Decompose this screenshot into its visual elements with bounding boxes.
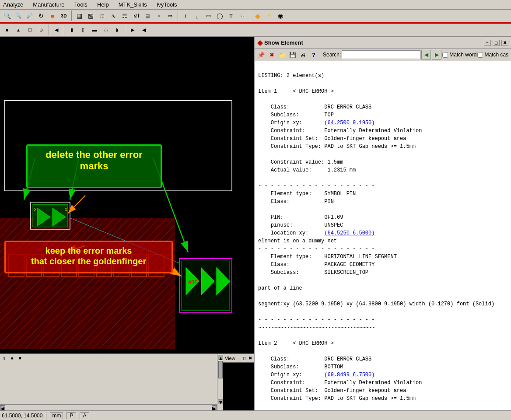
tb-btn-highlight[interactable]: ◆ — [252, 10, 263, 21]
se-open-btn[interactable]: 📁 — [277, 50, 287, 60]
toolbar-sep-3 — [250, 10, 250, 21]
item2-constraint-set-label: Constraint Set: — [258, 388, 324, 394]
view-close[interactable]: ✖ — [248, 356, 252, 360]
bottom-btn-2[interactable]: ■ — [9, 355, 16, 362]
tb-btn-comp2[interactable]: ▯ — [78, 24, 88, 35]
item1-etype-label: Element type: — [258, 191, 324, 197]
item1-sep1: - - - - - - - - - - - - - - - - - - - — [258, 183, 374, 189]
tb-btn-lens[interactable]: ◉ — [275, 10, 286, 21]
tb-btn-copper[interactable]: ▤ — [142, 10, 153, 21]
tb-btn-line[interactable]: / — [180, 10, 191, 21]
tb-btn-layer1[interactable]: ■ — [2, 24, 12, 35]
item1-part-line: part of a line — [258, 285, 302, 291]
show-element-panel: ◆ Show Element − ◻ ✖ 📌 ✖ 📁 💾 🖨 ? Search: — [254, 37, 511, 410]
v-scrollbar[interactable]: ▲ ▼ — [217, 354, 223, 410]
h-scrollbar[interactable]: ◀ ▶ — [0, 404, 217, 410]
svg-rect-3 — [0, 218, 175, 349]
status-p-btn[interactable]: P — [66, 412, 76, 419]
toolbar-area: 🔍 🔍 🔎 ↻ ■ 3D ▦ ▧ ◫ ∿ ☴ ⛜ ▤ ▫ ⇨ / ⌞ ▭ ◯ T… — [0, 10, 511, 37]
tb-btn-export2[interactable]: ◀ — [139, 24, 149, 35]
tb-btn-layer3[interactable]: ☐ — [24, 24, 35, 35]
tb-btn-fan[interactable]: ☴ — [119, 10, 130, 21]
se-save-btn[interactable]: 💾 — [288, 50, 298, 60]
toolbar-sep-2 — [178, 10, 178, 21]
win-maximize[interactable]: ◻ — [493, 40, 500, 46]
tb-btn-sun[interactable]: ☀ — [264, 10, 274, 21]
se-help-btn[interactable]: ? — [309, 50, 318, 60]
tb-btn-zoom-in[interactable]: 🔍 — [13, 10, 24, 21]
item2-origin-val[interactable]: (69.8499 6.7500) — [324, 372, 374, 378]
scrollbar-up-btn[interactable]: ▲ — [218, 355, 223, 360]
item2-subclass-label: Subclass: — [258, 364, 324, 370]
status-a-btn[interactable]: A — [80, 412, 89, 419]
item1-location-label: location-xy: — [258, 230, 324, 236]
tb-btn-grid[interactable]: ■ — [47, 10, 58, 21]
item1-pin-label: PIN: — [258, 214, 324, 220]
scroll-left-btn[interactable]: ◀ — [0, 405, 5, 410]
nav-next-btn[interactable]: ▶ — [432, 50, 441, 60]
se-pin-btn[interactable]: 📌 — [256, 50, 266, 60]
item2-class-label: Class: — [258, 356, 324, 362]
tb-btn-move[interactable]: ⇨ — [165, 10, 175, 21]
scroll-right-btn[interactable]: ▶ — [212, 405, 217, 410]
tb-btn-grid2[interactable]: ▦ — [74, 10, 84, 21]
se-print-btn[interactable]: 🖨 — [298, 50, 308, 60]
se-toolbar: 📌 ✖ 📁 💾 🖨 ? Search: ◀ ▶ Match word Match… — [255, 49, 511, 61]
scrollbar-thumb[interactable] — [218, 361, 223, 378]
tb-btn-comp4[interactable]: ◌ — [101, 24, 111, 35]
tb-btn-pad[interactable]: ◫ — [97, 10, 107, 21]
item1-location-val[interactable]: (64.5250 6.5000) — [324, 230, 374, 236]
tb-btn-comp5[interactable]: ◗ — [112, 24, 122, 35]
tb-btn-select[interactable]: 🔍 — [2, 10, 12, 21]
tb-btn-arc[interactable]: ⌞ — [192, 10, 202, 21]
win-minimize[interactable]: − — [484, 40, 491, 46]
tb-btn-rect[interactable]: ▭ — [203, 10, 214, 21]
match-word-checkbox[interactable] — [442, 52, 448, 58]
menu-manufacture[interactable]: Manufacture — [32, 1, 66, 8]
item2-header: Item 2 < DRC ERROR > — [258, 340, 334, 346]
scrollbar-down-btn[interactable]: ▼ — [218, 399, 223, 404]
bottom-btn-3[interactable]: ✖ — [17, 355, 24, 362]
tb-btn-layer2[interactable]: ▲ — [13, 24, 24, 35]
tb-btn-snap[interactable]: ▧ — [85, 10, 96, 21]
svg-text:ARC: ARC — [188, 280, 198, 284]
toolbar-row-2: ■ ▲ ☐ ⊙ ◀ ▮ ▯ ▬ ◌ ◗ ▶ ◀ — [0, 24, 511, 36]
menu-mtk-skills[interactable]: MTK_Skills — [117, 1, 148, 8]
menu-help[interactable]: Help — [96, 1, 110, 8]
tb-btn-route[interactable]: ∿ — [108, 10, 119, 21]
toolbar-sep-4 — [49, 24, 49, 35]
view-minimize[interactable]: − — [238, 356, 240, 360]
menu-ivy-tools[interactable]: IvyTools — [155, 1, 178, 8]
tb-btn-netlist[interactable]: ◀ — [51, 24, 62, 35]
tb-btn-3d[interactable]: 3D — [59, 10, 69, 21]
panel-title: ◆ Show Element — [257, 38, 303, 47]
match-case-checkbox[interactable] — [477, 52, 483, 58]
tb-btn-layer4[interactable]: ⊙ — [36, 24, 46, 35]
status-sep-1 — [46, 412, 46, 419]
menu-analyze[interactable]: Analyze — [2, 1, 24, 8]
tb-btn-zoom-out[interactable]: 🔎 — [24, 10, 35, 21]
search-input[interactable] — [342, 50, 420, 59]
tb-btn-comp3[interactable]: ▬ — [89, 24, 100, 35]
menu-tools[interactable]: Tools — [73, 1, 89, 8]
tb-btn-text[interactable]: T — [226, 10, 236, 21]
item1-pin-val: GF1.69 — [324, 214, 343, 220]
pcb-canvas[interactable]: X X ARC — [0, 37, 254, 354]
tb-btn-undo[interactable]: ↻ — [36, 10, 46, 21]
tb-btn-place[interactable]: ▫ — [154, 10, 164, 21]
pcb-panel[interactable]: X X ARC — [0, 37, 254, 410]
se-close-btn[interactable]: ✖ — [267, 50, 276, 60]
se-content[interactable]: LISTING: 2 element(s) Item 1 < DRC ERROR… — [255, 61, 511, 410]
tb-btn-drc[interactable]: ⛜ — [131, 10, 141, 21]
toolbar-sep-5 — [64, 24, 64, 35]
status-unit-btn[interactable]: mm — [50, 412, 63, 419]
win-close[interactable]: ✖ — [501, 40, 508, 46]
view-resize[interactable]: ◻ — [243, 356, 246, 360]
tb-btn-comp1[interactable]: ▮ — [66, 24, 77, 35]
nav-prev-btn[interactable]: ◀ — [421, 50, 431, 60]
tb-btn-export1[interactable]: ▶ — [127, 24, 138, 35]
item1-origin-val[interactable]: (64.2500 9.1950) — [324, 120, 374, 126]
tb-btn-circle[interactable]: ◯ — [214, 10, 225, 21]
tb-btn-dimension[interactable]: ↔ — [237, 10, 248, 21]
bottom-btn-1[interactable]: ⇧ — [1, 355, 8, 362]
